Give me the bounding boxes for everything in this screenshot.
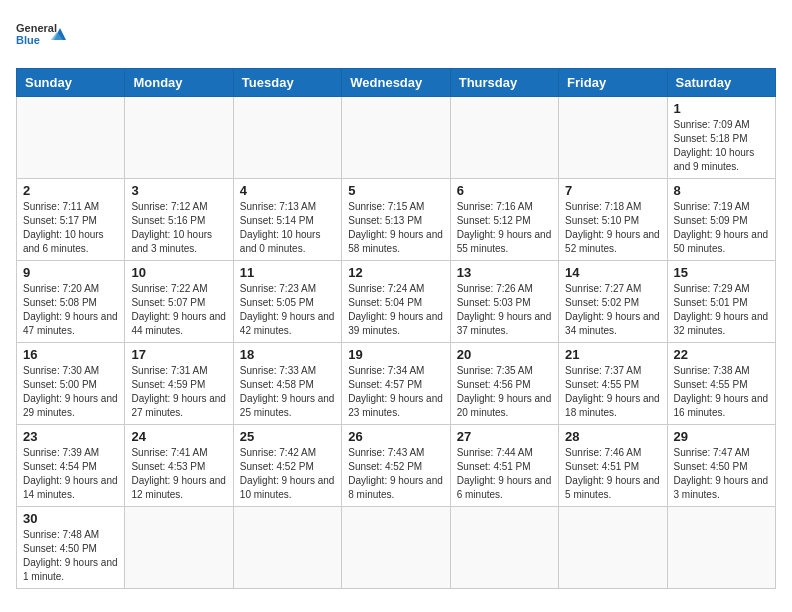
day-number: 2 xyxy=(23,183,118,198)
day-info: Sunrise: 7:39 AM Sunset: 4:54 PM Dayligh… xyxy=(23,446,118,502)
day-info: Sunrise: 7:16 AM Sunset: 5:12 PM Dayligh… xyxy=(457,200,552,256)
day-cell: 30Sunrise: 7:48 AM Sunset: 4:50 PM Dayli… xyxy=(17,507,125,589)
day-number: 19 xyxy=(348,347,443,362)
day-number: 18 xyxy=(240,347,335,362)
day-number: 10 xyxy=(131,265,226,280)
day-cell: 23Sunrise: 7:39 AM Sunset: 4:54 PM Dayli… xyxy=(17,425,125,507)
day-cell xyxy=(233,507,341,589)
day-number: 22 xyxy=(674,347,769,362)
day-number: 28 xyxy=(565,429,660,444)
week-row-2: 2Sunrise: 7:11 AM Sunset: 5:17 PM Daylig… xyxy=(17,179,776,261)
day-cell xyxy=(667,507,775,589)
day-info: Sunrise: 7:44 AM Sunset: 4:51 PM Dayligh… xyxy=(457,446,552,502)
day-info: Sunrise: 7:26 AM Sunset: 5:03 PM Dayligh… xyxy=(457,282,552,338)
day-number: 14 xyxy=(565,265,660,280)
day-cell: 24Sunrise: 7:41 AM Sunset: 4:53 PM Dayli… xyxy=(125,425,233,507)
calendar: SundayMondayTuesdayWednesdayThursdayFrid… xyxy=(16,68,776,589)
day-number: 30 xyxy=(23,511,118,526)
day-cell: 10Sunrise: 7:22 AM Sunset: 5:07 PM Dayli… xyxy=(125,261,233,343)
day-cell xyxy=(342,507,450,589)
day-info: Sunrise: 7:38 AM Sunset: 4:55 PM Dayligh… xyxy=(674,364,769,420)
day-cell: 7Sunrise: 7:18 AM Sunset: 5:10 PM Daylig… xyxy=(559,179,667,261)
day-cell: 25Sunrise: 7:42 AM Sunset: 4:52 PM Dayli… xyxy=(233,425,341,507)
day-number: 3 xyxy=(131,183,226,198)
day-cell xyxy=(233,97,341,179)
day-cell xyxy=(125,507,233,589)
calendar-header-wednesday: Wednesday xyxy=(342,69,450,97)
day-cell: 28Sunrise: 7:46 AM Sunset: 4:51 PM Dayli… xyxy=(559,425,667,507)
day-cell: 20Sunrise: 7:35 AM Sunset: 4:56 PM Dayli… xyxy=(450,343,558,425)
day-number: 4 xyxy=(240,183,335,198)
day-info: Sunrise: 7:41 AM Sunset: 4:53 PM Dayligh… xyxy=(131,446,226,502)
day-cell: 6Sunrise: 7:16 AM Sunset: 5:12 PM Daylig… xyxy=(450,179,558,261)
day-number: 11 xyxy=(240,265,335,280)
day-info: Sunrise: 7:19 AM Sunset: 5:09 PM Dayligh… xyxy=(674,200,769,256)
day-cell: 11Sunrise: 7:23 AM Sunset: 5:05 PM Dayli… xyxy=(233,261,341,343)
day-info: Sunrise: 7:20 AM Sunset: 5:08 PM Dayligh… xyxy=(23,282,118,338)
day-cell: 27Sunrise: 7:44 AM Sunset: 4:51 PM Dayli… xyxy=(450,425,558,507)
day-cell: 8Sunrise: 7:19 AM Sunset: 5:09 PM Daylig… xyxy=(667,179,775,261)
day-number: 21 xyxy=(565,347,660,362)
day-info: Sunrise: 7:43 AM Sunset: 4:52 PM Dayligh… xyxy=(348,446,443,502)
day-cell: 14Sunrise: 7:27 AM Sunset: 5:02 PM Dayli… xyxy=(559,261,667,343)
day-cell xyxy=(342,97,450,179)
day-info: Sunrise: 7:24 AM Sunset: 5:04 PM Dayligh… xyxy=(348,282,443,338)
day-info: Sunrise: 7:18 AM Sunset: 5:10 PM Dayligh… xyxy=(565,200,660,256)
day-number: 12 xyxy=(348,265,443,280)
day-cell: 2Sunrise: 7:11 AM Sunset: 5:17 PM Daylig… xyxy=(17,179,125,261)
day-number: 25 xyxy=(240,429,335,444)
day-number: 20 xyxy=(457,347,552,362)
day-cell xyxy=(450,507,558,589)
day-cell xyxy=(450,97,558,179)
day-number: 27 xyxy=(457,429,552,444)
day-cell: 5Sunrise: 7:15 AM Sunset: 5:13 PM Daylig… xyxy=(342,179,450,261)
day-info: Sunrise: 7:23 AM Sunset: 5:05 PM Dayligh… xyxy=(240,282,335,338)
day-cell: 4Sunrise: 7:13 AM Sunset: 5:14 PM Daylig… xyxy=(233,179,341,261)
day-cell: 3Sunrise: 7:12 AM Sunset: 5:16 PM Daylig… xyxy=(125,179,233,261)
day-number: 8 xyxy=(674,183,769,198)
day-info: Sunrise: 7:37 AM Sunset: 4:55 PM Dayligh… xyxy=(565,364,660,420)
day-info: Sunrise: 7:42 AM Sunset: 4:52 PM Dayligh… xyxy=(240,446,335,502)
day-info: Sunrise: 7:09 AM Sunset: 5:18 PM Dayligh… xyxy=(674,118,769,174)
day-info: Sunrise: 7:46 AM Sunset: 4:51 PM Dayligh… xyxy=(565,446,660,502)
day-info: Sunrise: 7:12 AM Sunset: 5:16 PM Dayligh… xyxy=(131,200,226,256)
day-cell: 12Sunrise: 7:24 AM Sunset: 5:04 PM Dayli… xyxy=(342,261,450,343)
day-number: 7 xyxy=(565,183,660,198)
week-row-1: 1Sunrise: 7:09 AM Sunset: 5:18 PM Daylig… xyxy=(17,97,776,179)
day-cell: 1Sunrise: 7:09 AM Sunset: 5:18 PM Daylig… xyxy=(667,97,775,179)
calendar-header-sunday: Sunday xyxy=(17,69,125,97)
day-cell: 21Sunrise: 7:37 AM Sunset: 4:55 PM Dayli… xyxy=(559,343,667,425)
day-cell xyxy=(17,97,125,179)
week-row-6: 30Sunrise: 7:48 AM Sunset: 4:50 PM Dayli… xyxy=(17,507,776,589)
day-number: 29 xyxy=(674,429,769,444)
day-info: Sunrise: 7:13 AM Sunset: 5:14 PM Dayligh… xyxy=(240,200,335,256)
day-cell: 9Sunrise: 7:20 AM Sunset: 5:08 PM Daylig… xyxy=(17,261,125,343)
day-info: Sunrise: 7:15 AM Sunset: 5:13 PM Dayligh… xyxy=(348,200,443,256)
logo: General Blue xyxy=(16,16,66,60)
day-number: 5 xyxy=(348,183,443,198)
day-number: 16 xyxy=(23,347,118,362)
day-info: Sunrise: 7:33 AM Sunset: 4:58 PM Dayligh… xyxy=(240,364,335,420)
day-info: Sunrise: 7:31 AM Sunset: 4:59 PM Dayligh… xyxy=(131,364,226,420)
svg-text:General: General xyxy=(16,22,57,34)
day-info: Sunrise: 7:29 AM Sunset: 5:01 PM Dayligh… xyxy=(674,282,769,338)
day-cell xyxy=(125,97,233,179)
day-cell: 18Sunrise: 7:33 AM Sunset: 4:58 PM Dayli… xyxy=(233,343,341,425)
day-number: 9 xyxy=(23,265,118,280)
week-row-4: 16Sunrise: 7:30 AM Sunset: 5:00 PM Dayli… xyxy=(17,343,776,425)
day-cell: 29Sunrise: 7:47 AM Sunset: 4:50 PM Dayli… xyxy=(667,425,775,507)
day-number: 24 xyxy=(131,429,226,444)
week-row-5: 23Sunrise: 7:39 AM Sunset: 4:54 PM Dayli… xyxy=(17,425,776,507)
day-cell: 22Sunrise: 7:38 AM Sunset: 4:55 PM Dayli… xyxy=(667,343,775,425)
day-info: Sunrise: 7:34 AM Sunset: 4:57 PM Dayligh… xyxy=(348,364,443,420)
day-number: 1 xyxy=(674,101,769,116)
day-cell: 16Sunrise: 7:30 AM Sunset: 5:00 PM Dayli… xyxy=(17,343,125,425)
day-info: Sunrise: 7:30 AM Sunset: 5:00 PM Dayligh… xyxy=(23,364,118,420)
calendar-header-friday: Friday xyxy=(559,69,667,97)
calendar-header-tuesday: Tuesday xyxy=(233,69,341,97)
day-info: Sunrise: 7:11 AM Sunset: 5:17 PM Dayligh… xyxy=(23,200,118,256)
calendar-header-saturday: Saturday xyxy=(667,69,775,97)
week-row-3: 9Sunrise: 7:20 AM Sunset: 5:08 PM Daylig… xyxy=(17,261,776,343)
day-cell: 26Sunrise: 7:43 AM Sunset: 4:52 PM Dayli… xyxy=(342,425,450,507)
day-number: 13 xyxy=(457,265,552,280)
